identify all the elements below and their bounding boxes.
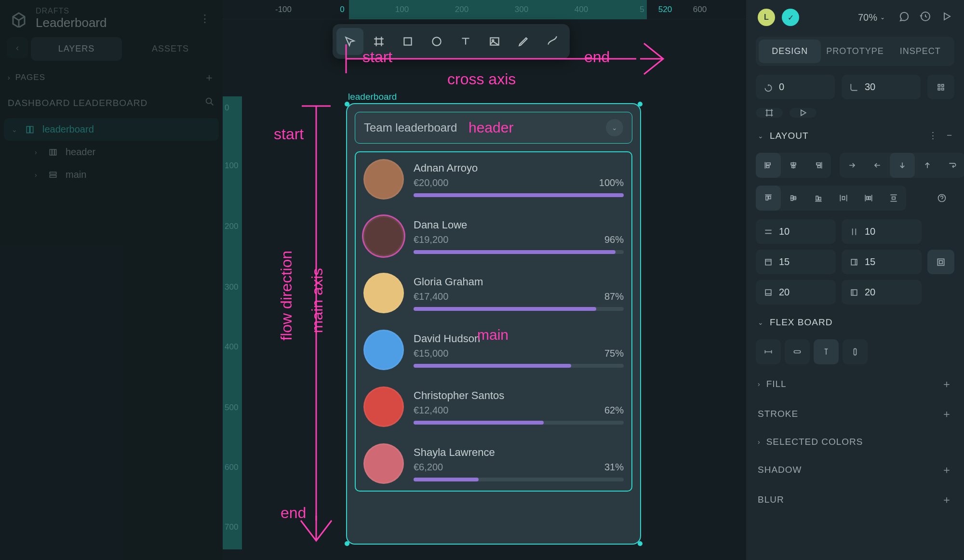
padding-top-input[interactable]: 15 — [756, 250, 836, 274]
canvas[interactable]: -10001002003004005520600 010020030040050… — [223, 0, 746, 560]
blur-label: BLUR — [758, 494, 784, 505]
add-fill-icon[interactable]: ＋ — [941, 377, 952, 391]
user-percent: 100% — [599, 177, 624, 188]
start-v-label: start — [274, 125, 304, 143]
user-avatar[interactable]: L — [758, 9, 775, 26]
space-around-icon[interactable] — [856, 186, 881, 211]
svg-rect-57 — [851, 290, 857, 295]
rotation-input[interactable]: 0 — [756, 75, 835, 99]
user-row[interactable]: Gloria Graham €17,40087% — [356, 273, 631, 313]
more-icon[interactable]: ⋮ — [928, 130, 938, 141]
user-name: Christopher Santos — [414, 389, 504, 402]
svg-rect-19 — [942, 88, 944, 90]
layer-main[interactable]: › main — [4, 163, 219, 186]
layer-leaderboard[interactable]: ⌄ leaderboard — [4, 118, 219, 141]
chevron-right-icon[interactable]: › — [758, 380, 761, 388]
align-right-icon[interactable] — [806, 153, 831, 178]
svg-rect-31 — [769, 196, 771, 199]
svg-rect-6 — [50, 172, 56, 174]
clip-content-icon[interactable] — [756, 108, 783, 118]
add-blur-icon[interactable]: ＋ — [941, 493, 952, 507]
radius-input[interactable]: 30 — [842, 75, 921, 99]
ruler-selection-v — [223, 96, 242, 549]
svg-rect-18 — [938, 88, 940, 90]
align-top-icon[interactable] — [756, 186, 781, 211]
direction-left-icon[interactable] — [865, 153, 890, 178]
project-header: DRAFTS Leaderboard ⋮ — [0, 0, 223, 37]
layer-label: leaderboard — [42, 124, 94, 135]
padding-all-icon[interactable] — [927, 250, 954, 274]
artboard[interactable]: Team leaderboard ⌄ Adnan Arroyo €20,0001… — [346, 103, 641, 545]
user-name: Adnan Arroyo — [414, 162, 478, 174]
pill-icon[interactable] — [785, 339, 810, 364]
col-gap-input[interactable]: 10 — [842, 219, 922, 244]
comment-icon[interactable] — [898, 11, 910, 24]
layer-header[interactable]: › header — [4, 141, 219, 163]
chevron-right-icon: › — [35, 171, 41, 179]
search-icon[interactable] — [204, 96, 215, 109]
layout-section-label: LAYOUT — [770, 131, 809, 141]
chevron-right-icon: › — [8, 74, 11, 81]
artboard-main[interactable]: Adnan Arroyo €20,000100% Dana Lowe €19,2… — [355, 151, 632, 492]
tab-layers[interactable]: LAYERS — [31, 37, 122, 61]
user-row[interactable]: Shayla Lawrence €6,20031% — [356, 443, 631, 484]
project-more-icon[interactable]: ⋮ — [196, 9, 214, 29]
align-center-h-icon[interactable] — [781, 153, 806, 178]
padding-bottom-input[interactable]: 20 — [756, 280, 836, 305]
padding-right-input[interactable]: 15 — [842, 250, 922, 274]
chevron-down-icon[interactable]: ⌄ — [606, 119, 623, 136]
user-row[interactable]: Adnan Arroyo €20,000100% — [356, 159, 631, 200]
chevron-down-icon[interactable]: ⌄ — [758, 132, 764, 140]
direction-right-icon[interactable] — [840, 153, 865, 178]
progress-bar — [414, 193, 624, 197]
pages-row[interactable]: › PAGES ＋ — [0, 66, 223, 90]
tab-design[interactable]: DESIGN — [759, 40, 821, 63]
avatar — [363, 443, 404, 484]
svg-rect-28 — [817, 166, 820, 168]
user-row[interactable]: Christopher Santos €12,40062% — [356, 387, 631, 427]
history-icon[interactable] — [920, 11, 931, 24]
board-icon — [25, 125, 36, 134]
header-section-label: header — [469, 120, 513, 136]
align-left-icon[interactable] — [756, 153, 781, 178]
project-icon — [9, 9, 29, 29]
progress-bar — [414, 364, 624, 368]
back-button[interactable]: ‹ — [7, 37, 28, 58]
direction-down-icon[interactable] — [890, 153, 915, 178]
main-section-label: main — [477, 327, 509, 343]
ruler-tick: 600 — [693, 5, 707, 14]
stroke-label: STROKE — [758, 409, 798, 419]
chevron-right-icon[interactable]: › — [758, 438, 761, 446]
space-between-h-icon[interactable] — [831, 186, 856, 211]
svg-rect-37 — [819, 197, 821, 200]
direction-up-icon[interactable] — [915, 153, 940, 178]
play-icon[interactable] — [941, 11, 952, 24]
space-evenly-icon[interactable] — [881, 186, 906, 211]
user-amount: €6,200 — [414, 462, 443, 473]
add-shadow-icon[interactable]: ＋ — [941, 463, 952, 477]
play-icon[interactable] — [790, 108, 817, 118]
padding-left-input[interactable]: 20 — [842, 280, 922, 305]
svg-rect-54 — [939, 260, 943, 264]
add-page-icon[interactable]: ＋ — [204, 70, 215, 85]
align-bottom-icon[interactable] — [806, 186, 831, 211]
add-stroke-icon[interactable]: ＋ — [941, 407, 952, 421]
tab-prototype[interactable]: PROTOTYPE — [824, 40, 886, 63]
text-width-icon[interactable] — [814, 339, 839, 364]
user-amount: €20,000 — [414, 177, 448, 188]
chevron-down-icon[interactable]: ⌄ — [758, 319, 764, 326]
remove-layout-icon[interactable]: − — [947, 130, 952, 141]
height-icon[interactable] — [843, 339, 868, 364]
tab-inspect[interactable]: INSPECT — [889, 40, 951, 63]
width-icon[interactable] — [756, 339, 781, 364]
wrap-icon[interactable] — [940, 153, 964, 178]
tab-assets[interactable]: ASSETS — [125, 37, 216, 61]
help-icon[interactable] — [929, 186, 954, 211]
user-row[interactable]: Dana Lowe €19,20096% — [356, 216, 631, 256]
row-gap-input[interactable]: 10 — [756, 219, 836, 244]
svg-rect-21 — [766, 163, 770, 165]
corner-options-icon[interactable] — [927, 75, 954, 99]
align-middle-icon[interactable] — [781, 186, 806, 211]
user-percent: 31% — [604, 462, 624, 473]
zoom-level[interactable]: 70%⌄ — [858, 12, 885, 23]
